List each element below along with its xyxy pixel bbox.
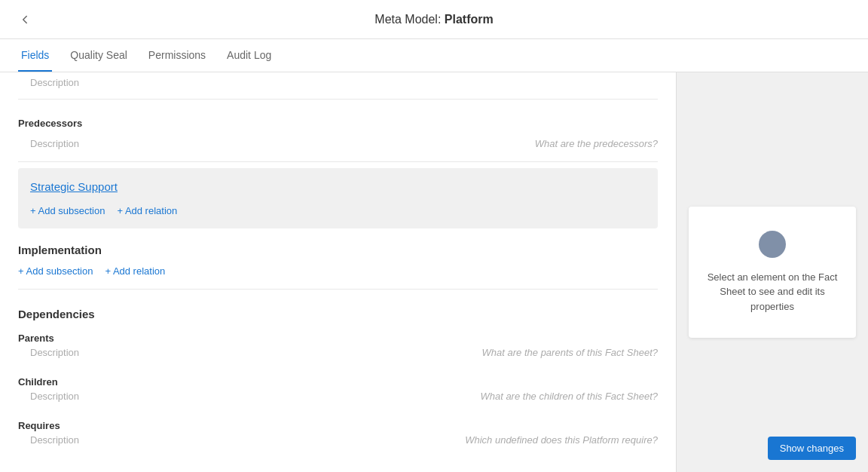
divider-2 xyxy=(18,161,658,162)
children-description: Description xyxy=(18,391,79,405)
requires-field: Requires Description Which undefined doe… xyxy=(18,420,658,449)
header: Meta Model: Platform xyxy=(0,0,868,39)
predecessors-label: Predecessors xyxy=(18,106,658,132)
divider-3 xyxy=(18,289,658,290)
requires-placeholder: Which undefined does this Platform requi… xyxy=(465,434,658,446)
strategic-support-add-subsection[interactable]: + Add subsection xyxy=(30,205,105,216)
select-prompt-icon xyxy=(759,231,786,258)
main-content: Description Predecessors Description Wha… xyxy=(0,72,868,472)
dependencies-section: Dependencies Parents Description What ar… xyxy=(18,296,658,472)
implementation-title: Implementation xyxy=(18,244,658,256)
description-top-value: Description xyxy=(18,72,658,93)
description-section-top: Description xyxy=(18,72,658,93)
children-field: Children Description What are the childr… xyxy=(18,376,658,405)
app-container: Meta Model: Platform Fields Quality Seal… xyxy=(0,0,868,472)
select-prompt-card: Select an element on the Fact Sheet to s… xyxy=(689,207,856,339)
implementation-actions: + Add subsection + Add relation xyxy=(18,265,658,277)
predecessors-placeholder: What are the predecessors? xyxy=(535,138,658,149)
dependencies-title: Dependencies xyxy=(18,308,658,320)
parents-description: Description xyxy=(18,347,79,361)
right-panel-inner: Select an element on the Fact Sheet to s… xyxy=(677,72,868,472)
strategic-support-actions: + Add subsection + Add relation xyxy=(30,205,646,216)
parents-field: Parents Description What are the parents… xyxy=(18,333,658,361)
requires-description: Description xyxy=(18,434,79,449)
predecessors-section: Predecessors Description What are the pr… xyxy=(18,106,658,155)
tab-quality-seal[interactable]: Quality Seal xyxy=(67,49,130,72)
page-title: Meta Model: Platform xyxy=(374,13,493,26)
predecessors-description: Description xyxy=(18,133,91,154)
content-panel: Description Predecessors Description Wha… xyxy=(0,72,676,472)
implementation-add-subsection[interactable]: + Add subsection xyxy=(18,265,93,277)
right-panel: Select an element on the Fact Sheet to s… xyxy=(676,72,868,472)
divider-1 xyxy=(18,99,658,100)
tabs-bar: Fields Quality Seal Permissions Audit Lo… xyxy=(0,39,868,72)
strategic-support-title[interactable]: Strategic Support xyxy=(30,180,118,193)
back-button[interactable] xyxy=(18,13,32,26)
select-prompt-text: Select an element on the Fact Sheet to s… xyxy=(707,270,838,314)
tab-permissions[interactable]: Permissions xyxy=(145,49,209,72)
parents-label: Parents xyxy=(18,333,658,344)
implementation-add-relation[interactable]: + Add relation xyxy=(105,265,165,277)
strategic-support-add-relation[interactable]: + Add relation xyxy=(117,205,177,216)
children-placeholder: What are the children of this Fact Sheet… xyxy=(480,391,658,402)
show-changes-button[interactable]: Show changes xyxy=(768,437,856,460)
requires-label: Requires xyxy=(18,420,658,431)
implementation-section: Implementation + Add subsection + Add re… xyxy=(18,231,658,283)
strategic-support-section[interactable]: Strategic Support + Add subsection + Add… xyxy=(18,168,658,228)
children-label: Children xyxy=(18,376,658,388)
tab-fields[interactable]: Fields xyxy=(18,49,52,72)
tab-audit-log[interactable]: Audit Log xyxy=(224,49,274,72)
parents-placeholder: What are the parents of this Fact Sheet? xyxy=(482,347,658,358)
